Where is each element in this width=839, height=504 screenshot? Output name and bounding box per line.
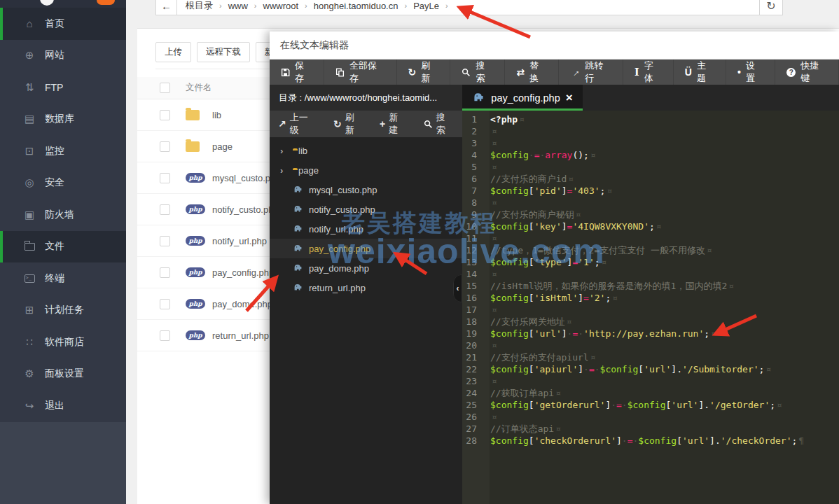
tree-button-新建[interactable]: +新建	[371, 111, 415, 136]
line-number: 9	[462, 209, 483, 220]
editor-button-快捷键[interactable]: ?快捷键	[775, 59, 839, 85]
editor-button-全部保存[interactable]: 全部保存	[324, 59, 397, 85]
active-tab-underline	[462, 108, 583, 111]
php-elephant-icon	[293, 185, 303, 195]
sidebar-item-label: 安全	[45, 176, 64, 189]
tree-item-pay_config.php[interactable]: pay_config.php	[270, 239, 462, 258]
code-line: 5¤	[462, 161, 839, 173]
select-all-checkbox[interactable]	[160, 83, 170, 93]
line-number: 15	[462, 280, 483, 292]
editor-button-刷新[interactable]: ↻刷新	[397, 59, 451, 85]
fm-button-上传[interactable]: 上传	[155, 42, 191, 62]
row-checkbox[interactable]	[160, 204, 170, 215]
tree-item-label: lib	[298, 146, 307, 156]
row-checkbox[interactable]	[160, 236, 170, 246]
editor-button-搜索[interactable]: 搜索	[450, 59, 505, 85]
sidebar-item-cron[interactable]: ⊞计划任务	[0, 295, 126, 327]
row-checkbox[interactable]	[160, 110, 170, 120]
breadcrumb-item[interactable]: PayLe	[413, 1, 439, 11]
file-name: pay_dome.php	[212, 299, 272, 309]
sidebar-item-files[interactable]: 文件	[0, 231, 126, 263]
tree-item-page[interactable]: ›page	[270, 160, 462, 180]
tree-item-notify_custo.php[interactable]: notify_custo.php	[270, 200, 462, 219]
search-icon	[424, 120, 433, 129]
php-file-icon: php	[186, 204, 207, 214]
line-number: 23	[462, 375, 483, 387]
code-line: 14¤	[462, 268, 839, 280]
tree-button-label: 上一级	[290, 111, 317, 136]
search-icon	[462, 68, 471, 77]
php-elephant-icon	[293, 283, 303, 293]
sidebar-item-firewall[interactable]: ▣防火墙	[0, 199, 126, 231]
file-name: notify_custo.php	[212, 204, 279, 215]
sidebar-menu: ⌂首页⊕网站⇅FTP▤数据库⊡监控◎安全▣防火墙文件>_终端⊞计划任务∷软件商店…	[0, 8, 126, 422]
breadcrumb-item[interactable]: honghei.taomiduo.cn	[314, 1, 398, 11]
sidebar-item-logout[interactable]: ↪退出	[0, 390, 126, 422]
tree-item-mysql_custo.php[interactable]: mysql_custo.php	[270, 180, 462, 200]
tree-item-pay_dome.php[interactable]: pay_dome.php	[270, 258, 462, 278]
tree-button-刷新[interactable]: ↻刷新	[325, 111, 371, 136]
plus-icon: +	[380, 118, 385, 130]
online-text-editor: 在线文本编辑器 保存全部保存↻刷新搜索⇄替换→跳转行I字体Ü主题•设置?快捷键 …	[270, 31, 839, 504]
tree-button-上一级[interactable]: ↗上一级	[270, 111, 325, 136]
sidebar-item-ftp[interactable]: ⇅FTP	[0, 71, 126, 104]
fm-button-远程下载[interactable]: 远程下载	[197, 42, 250, 62]
code-editor[interactable]: 1<?php¤2¤3¤4$config·=·array();¤5¤6//支付乐的…	[462, 111, 839, 504]
code-line: 4$config·=·array();¤	[462, 149, 839, 161]
up-level-icon: ↗	[278, 118, 286, 130]
sidebar-item-database[interactable]: ▤数据库	[0, 104, 126, 136]
hotkeys-icon: ?	[786, 68, 796, 77]
code-line: 13$config['type']='1';¤	[462, 256, 839, 268]
code-text: ¤	[483, 137, 497, 149]
row-checkbox[interactable]	[160, 299, 170, 309]
code-line: 23¤	[462, 375, 839, 387]
panel-header	[0, 0, 126, 8]
php-file-icon: php	[186, 236, 207, 246]
back-button[interactable]: ←	[156, 0, 177, 15]
sidebar-item-appstore[interactable]: ∷软件商店	[0, 326, 126, 358]
sidebar-item-site[interactable]: ⊕网站	[0, 40, 126, 72]
file-name: page	[212, 141, 233, 152]
tree-item-return_url.php[interactable]: return_url.php	[270, 278, 462, 298]
tree-item-notify_url.php[interactable]: notify_url.php	[270, 219, 462, 239]
line-number: 7	[462, 185, 483, 197]
code-text: //isHtml说明，如果你的服务器是海外的填1，国内的填2¤	[483, 280, 734, 292]
line-number: 1	[462, 113, 483, 125]
breadcrumb-item[interactable]: 根目录	[186, 0, 213, 12]
close-tab-icon[interactable]: ×	[566, 92, 573, 104]
tree-item-lib[interactable]: ›lib	[270, 141, 462, 160]
fm-button-label: 上传	[165, 46, 182, 58]
editor-button-替换[interactable]: ⇄替换	[505, 59, 559, 85]
tab-bar: pay_config.php ×	[462, 85, 839, 111]
row-checkbox[interactable]	[160, 141, 170, 152]
monitor-icon: ⊡	[22, 145, 36, 158]
editor-button-label: 保存	[295, 59, 312, 85]
row-checkbox[interactable]	[160, 330, 170, 341]
php-elephant-icon	[293, 204, 303, 215]
editor-button-跳转行[interactable]: →跳转行	[559, 59, 623, 85]
php-elephant-icon	[472, 92, 485, 104]
sidebar-item-security[interactable]: ◎安全	[0, 167, 126, 200]
editor-button-主题[interactable]: Ü主题	[674, 59, 726, 85]
editor-button-保存[interactable]: 保存	[270, 59, 324, 85]
sidebar-item-monitor[interactable]: ⊡监控	[0, 135, 126, 167]
tab-pay-config[interactable]: pay_config.php ×	[462, 85, 583, 111]
editor-button-设置[interactable]: •设置	[726, 59, 775, 85]
back-arrow-icon: ←	[161, 0, 172, 12]
refresh-button[interactable]: ↻	[760, 0, 783, 15]
row-checkbox[interactable]	[160, 267, 170, 278]
tree-item-label: notify_custo.php	[309, 204, 375, 215]
sidebar-item-terminal[interactable]: >_终端	[0, 262, 126, 295]
line-number: 13	[462, 256, 483, 268]
collapse-panel-button[interactable]: ‹	[453, 274, 462, 302]
breadcrumb-item[interactable]: www	[228, 1, 248, 11]
sidebar-item-settings[interactable]: ⚙面板设置	[0, 358, 126, 391]
sidebar-item-home[interactable]: ⌂首页	[0, 8, 126, 40]
row-checkbox[interactable]	[160, 173, 170, 183]
tree-button-搜索[interactable]: 搜索	[415, 111, 462, 136]
breadcrumb-item[interactable]: wwwroot	[263, 1, 299, 11]
editor-button-字体[interactable]: I字体	[623, 59, 674, 85]
line-number: 24	[462, 387, 483, 399]
globe-icon: ⊕	[22, 49, 36, 62]
sidebar-item-label: FTP	[45, 82, 63, 93]
